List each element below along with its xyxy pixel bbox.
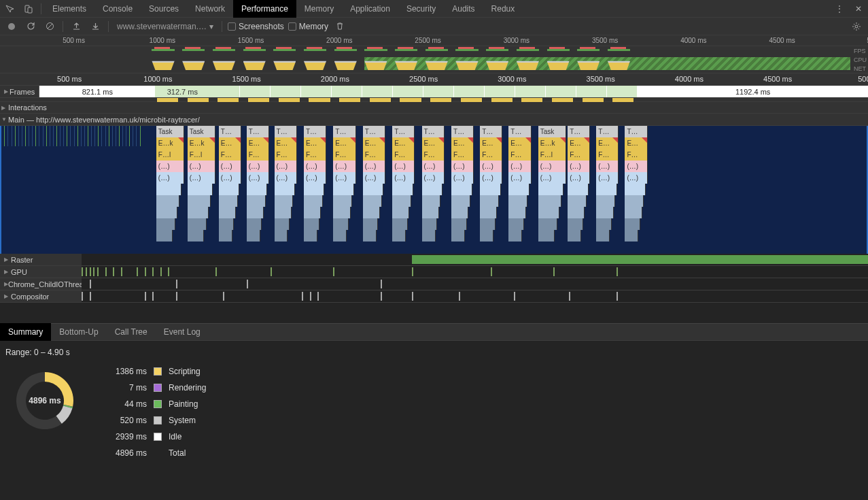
flame-frame[interactable] <box>333 195 352 207</box>
flame-frame[interactable] <box>156 207 177 218</box>
flame-frame[interactable] <box>156 218 175 230</box>
gear-icon[interactable] <box>849 19 864 34</box>
flame-frame[interactable]: (…) <box>188 161 215 172</box>
kebab-icon[interactable]: ⋮ <box>830 0 849 18</box>
tab-elements[interactable]: Elements <box>44 0 94 18</box>
flame-frame[interactable] <box>247 207 264 218</box>
memory-checkbox[interactable]: Memory <box>288 22 328 31</box>
frames-track[interactable]: ▶ Frames 821.1 ms 312.7 ms 1192.4 ms <box>0 86 868 98</box>
tab-console[interactable]: Console <box>94 0 141 18</box>
flame-frame[interactable] <box>625 230 638 241</box>
flame-frame[interactable] <box>304 184 325 195</box>
flame-frame[interactable]: (…) <box>625 172 647 184</box>
frame-segment[interactable]: 1192.4 ms <box>638 86 868 97</box>
flame-frame[interactable] <box>538 195 561 207</box>
flame-frame[interactable]: (…) <box>451 161 474 172</box>
flame-frame[interactable]: T… <box>596 126 619 137</box>
flame-frame[interactable] <box>451 184 472 195</box>
flame-frame[interactable]: (…) <box>508 161 531 172</box>
tab-sources[interactable]: Sources <box>141 0 187 18</box>
flame-frame[interactable]: (…) <box>156 161 184 172</box>
frame-segments-group[interactable] <box>209 86 638 97</box>
flame-frame[interactable]: F… <box>480 149 502 161</box>
flame-frame[interactable]: (…) <box>275 161 297 172</box>
flame-frame[interactable]: F… <box>596 149 619 161</box>
flame-frame[interactable] <box>538 230 555 241</box>
flame-frame[interactable]: F…l <box>188 149 215 161</box>
flame-frame[interactable] <box>596 195 615 207</box>
close-icon[interactable]: ✕ <box>849 0 868 18</box>
flame-frame[interactable]: (…) <box>304 172 326 184</box>
flame-frame[interactable] <box>156 195 179 207</box>
flame-frame[interactable]: F… <box>422 149 445 161</box>
compositor-track[interactable]: ▶Compositor <box>0 290 868 303</box>
flame-frame[interactable]: T… <box>480 126 502 137</box>
flame-frame[interactable]: (…) <box>219 172 241 184</box>
tab-application[interactable]: Application <box>342 0 398 18</box>
flame-frame[interactable] <box>333 218 349 230</box>
device-icon[interactable] <box>19 0 38 18</box>
flame-frame[interactable] <box>596 184 617 195</box>
tab-redux[interactable]: Redux <box>483 0 523 18</box>
flame-frame[interactable]: F…l <box>538 149 566 161</box>
flame-frame[interactable]: F… <box>247 149 269 161</box>
overview-ruler[interactable]: 500 ms1000 ms1500 ms2000 ms2500 ms3000 m… <box>0 35 868 46</box>
flame-frame[interactable] <box>363 195 382 207</box>
flame-frame[interactable] <box>219 207 236 218</box>
flame-frame[interactable]: (…) <box>422 161 445 172</box>
flame-frame[interactable] <box>480 184 501 195</box>
flame-frame[interactable] <box>304 207 321 218</box>
flame-frame[interactable] <box>275 218 290 230</box>
flame-frame[interactable]: (…) <box>333 161 355 172</box>
flame-frame[interactable]: E…k <box>538 137 566 149</box>
flame-frame[interactable] <box>363 218 379 230</box>
childio-track[interactable]: ▶Chrome_ChildIOThread <box>0 278 868 290</box>
flame-frame[interactable] <box>538 218 557 230</box>
flame-frame[interactable]: (…) <box>538 161 566 172</box>
flame-frame[interactable]: F… <box>333 149 355 161</box>
flame-frame[interactable] <box>508 195 527 207</box>
flame-frame[interactable]: F… <box>451 149 474 161</box>
flame-frame[interactable]: (…) <box>219 161 241 172</box>
tab-memory[interactable]: Memory <box>296 0 342 18</box>
flame-frame[interactable]: (…) <box>363 161 385 172</box>
flame-frame[interactable]: (…) <box>392 172 415 184</box>
flame-frame[interactable] <box>480 195 499 207</box>
flame-frame[interactable] <box>247 218 262 230</box>
upload-icon[interactable] <box>69 19 84 34</box>
flame-frame[interactable] <box>422 184 443 195</box>
flame-frame[interactable]: E… <box>219 137 241 149</box>
flame-frame[interactable]: E… <box>508 137 531 149</box>
flame-frame[interactable]: (…) <box>188 172 215 184</box>
frame-segment[interactable]: 821.1 ms <box>39 86 155 97</box>
flame-frame[interactable]: E… <box>568 137 590 149</box>
flame-frame[interactable]: T… <box>363 126 385 137</box>
flame-frame[interactable]: F… <box>275 149 297 161</box>
flame-frame[interactable]: F… <box>568 149 590 161</box>
bottom-tab-bottom-up[interactable]: Bottom-Up <box>51 323 106 341</box>
flame-frame[interactable]: (…) <box>596 172 619 184</box>
flame-frame[interactable] <box>625 207 642 218</box>
flame-frame[interactable] <box>188 207 209 218</box>
flame-frame[interactable]: (…) <box>247 161 269 172</box>
flame-frame[interactable]: F… <box>625 149 647 161</box>
flame-frame[interactable] <box>596 207 613 218</box>
flame-frame[interactable]: (…) <box>304 161 326 172</box>
flame-frame[interactable]: T… <box>275 126 297 137</box>
flame-frame[interactable]: (…) <box>538 172 566 184</box>
flame-frame[interactable] <box>538 207 559 218</box>
flame-frame[interactable] <box>333 184 354 195</box>
flame-frame[interactable] <box>247 230 260 241</box>
recording-select[interactable]: www.stevenwaterman.… ▾ <box>114 22 216 31</box>
flame-frame[interactable] <box>304 195 323 207</box>
flame-frame[interactable] <box>568 207 585 218</box>
flame-frame[interactable]: E… <box>304 137 326 149</box>
flame-frame[interactable] <box>568 184 589 195</box>
flame-frame[interactable] <box>451 218 467 230</box>
flame-frame[interactable] <box>275 207 292 218</box>
flame-frame[interactable] <box>333 230 347 241</box>
flame-frame[interactable] <box>596 218 612 230</box>
raster-track[interactable]: ▶Raster <box>0 254 868 266</box>
bottom-tab-summary[interactable]: Summary <box>0 323 51 341</box>
flame-frame[interactable]: (…) <box>392 161 415 172</box>
